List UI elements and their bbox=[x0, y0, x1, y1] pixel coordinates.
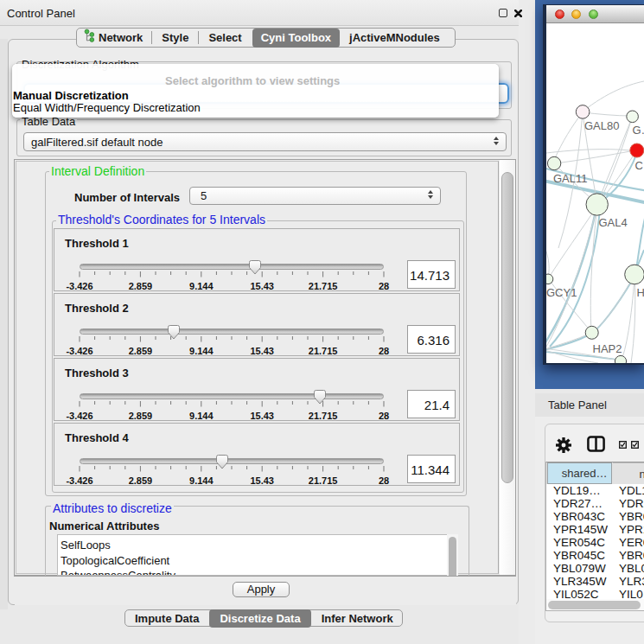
svg-text:GCY1: GCY1 bbox=[546, 286, 577, 299]
svg-text:C: C bbox=[635, 159, 643, 172]
svg-text:GAL11: GAL11 bbox=[553, 172, 588, 185]
svg-text:HAP2: HAP2 bbox=[593, 342, 622, 355]
svg-text:G…: G… bbox=[633, 124, 644, 137]
svg-text:GAL4: GAL4 bbox=[599, 216, 628, 229]
svg-text:GAL80: GAL80 bbox=[584, 119, 619, 132]
svg-text:H: H bbox=[637, 286, 644, 299]
